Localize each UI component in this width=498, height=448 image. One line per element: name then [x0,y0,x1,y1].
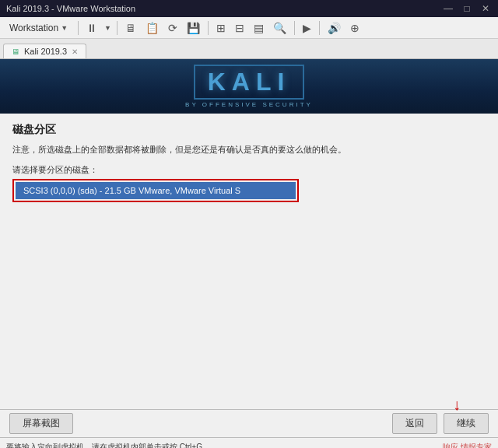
maximize-button[interactable]: □ [461,3,473,14]
toolbar-separator-2 [117,21,117,35]
menu-bar: Workstation ▼ ⏸ ▼ 🖥 📋 ⟳ 💾 ⊞ ⊟ ▤ 🔍 ▶ 🔊 ⊕ [0,17,498,39]
window-controls[interactable]: — □ ✕ [442,3,492,14]
magnify-icon[interactable]: 🔍 [269,19,290,37]
disk-select-container[interactable]: SCSI3 (0,0,0) (sda) - 21.5 GB VMware, VM… [12,179,299,202]
tab-bar: 🖥 Kali 2019.3 ✕ [0,39,498,59]
vm-settings-icon[interactable]: 🖥 [121,19,140,37]
main-content: KALI BY OFFENSIVE SECURITY 磁盘分区 注意，所选磁盘上… [0,59,498,409]
tab-label: Kali 2019.3 [24,47,67,56]
screenshot-button[interactable]: 屏幕截图 [9,413,73,434]
dropdown-btn[interactable]: ▼ [103,22,113,34]
title-bar: Kali 2019.3 - VMware Workstation — □ ✕ [0,0,498,17]
workstation-label: Workstation [9,23,58,33]
warning-text: 注意，所选磁盘上的全部数据都将被删除，但是您还是有确认是否真的要这么做的机会。 [12,143,486,156]
workstation-menu[interactable]: Workstation ▼ [3,20,74,36]
dropdown-arrow-icon: ▼ [61,24,68,32]
status-link[interactable]: 响应 情报专家 [443,442,492,449]
send-icon[interactable]: ▶ [299,19,315,37]
fullscreen-icon[interactable]: ⊟ [231,19,248,37]
kali-logo: KALI [194,65,305,100]
minimize-button[interactable]: — [442,3,454,14]
select-label: 请选择要分区的磁盘： [12,164,486,176]
back-button[interactable]: 返回 [392,413,437,434]
close-button[interactable]: ✕ [479,3,492,14]
status-right: 响应 情报专家 [443,442,492,449]
dialog-area: 磁盘分区 注意，所选磁盘上的全部数据都将被删除，但是您还是有确认是否真的要这么做… [0,114,498,409]
revert-icon[interactable]: ⟳ [164,19,181,37]
toolbar-separator-3 [208,21,209,35]
unity-icon[interactable]: ▤ [250,19,268,37]
toolbar-separator-1 [78,21,79,35]
suspend-icon[interactable]: 💾 [183,19,204,37]
pause-button[interactable]: ⏸ [82,19,101,37]
window-title: Kali 2019.3 - VMware Workstation [6,4,135,13]
disk-option[interactable]: SCSI3 (0,0,0) (sda) - 21.5 GB VMware, VM… [16,182,296,199]
kali-subtitle: BY OFFENSIVE SECURITY [185,101,313,108]
toolbar-separator-5 [319,21,320,35]
status-bar: 要将输入定向到虚拟机，请在虚拟机内部单击或按 Ctrl+G。 响应 情报专家 [0,437,498,448]
continue-arrow-icon: ↓ [453,396,461,414]
tab-vm-icon: 🖥 [12,47,19,56]
audio-icon[interactable]: 🔊 [324,19,345,37]
fit-screen-icon[interactable]: ⊞ [212,19,230,37]
toolbar-separator-4 [294,21,295,35]
section-title: 磁盘分区 [12,123,486,137]
action-bar: 屏幕截图 ↓ 返回 继续 [0,409,498,437]
status-hint-text: 要将输入定向到虚拟机，请在虚拟机内部单击或按 Ctrl+G。 [6,442,210,449]
kali-banner: KALI BY OFFENSIVE SECURITY [0,59,498,114]
more-icon[interactable]: ⊕ [346,19,363,37]
snapshot-icon[interactable]: 📋 [142,19,163,37]
vm-tab[interactable]: 🖥 Kali 2019.3 ✕ [3,44,86,58]
continue-button[interactable]: 继续 [444,413,489,434]
tab-close-button[interactable]: ✕ [72,47,78,56]
